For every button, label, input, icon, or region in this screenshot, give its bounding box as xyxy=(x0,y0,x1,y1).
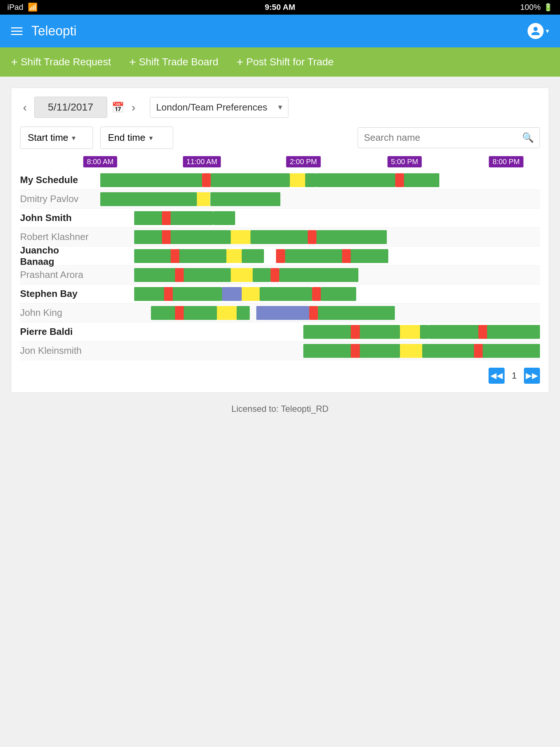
post-shift-for-trade-button[interactable]: + Post Shift for Trade xyxy=(237,55,334,69)
gantt-segment[interactable] xyxy=(242,287,259,301)
first-page-button[interactable]: ◀◀ xyxy=(489,368,505,384)
gantt-segment[interactable] xyxy=(222,287,242,301)
gantt-segment[interactable] xyxy=(231,268,253,282)
shift-trade-request-button[interactable]: + Shift Trade Request xyxy=(11,55,111,69)
post-shift-for-trade-label: Post Shift for Trade xyxy=(246,56,334,68)
plus-icon-3: + xyxy=(237,55,244,69)
gantt-segment[interactable] xyxy=(260,287,312,301)
schedule-rows: My ScheduleDmitry PavlovJohn SmithRobert… xyxy=(20,171,540,360)
gantt-segment[interactable] xyxy=(279,268,358,282)
shift-trade-request-label: Shift Trade Request xyxy=(21,56,111,68)
shift-trade-board-button[interactable]: + Shift Trade Board xyxy=(129,55,218,69)
gantt-segment[interactable] xyxy=(351,249,388,263)
plus-icon-1: + xyxy=(11,55,18,69)
schedule-card: ‹ 5/11/2017 📅 › London/Team Preferences … xyxy=(11,88,549,393)
hamburger-menu[interactable] xyxy=(11,27,23,35)
gantt-segment[interactable] xyxy=(100,173,202,187)
gantt-segment[interactable] xyxy=(290,173,305,187)
gantt-segment[interactable] xyxy=(316,173,395,187)
user-icon xyxy=(530,26,541,36)
gantt-segment[interactable] xyxy=(404,173,439,187)
gantt-segment[interactable] xyxy=(217,306,237,320)
gantt-segment[interactable] xyxy=(256,306,309,320)
gantt-segment[interactable] xyxy=(134,249,226,263)
pagination: ◀◀ 1 ▶▶ xyxy=(20,368,540,384)
plus-icon-2: + xyxy=(129,55,136,69)
gantt-segment[interactable] xyxy=(253,268,270,282)
gantt-segment[interactable] xyxy=(211,173,290,187)
gantt-segment[interactable] xyxy=(151,306,217,320)
top-nav: Teleopti ▾ xyxy=(0,15,560,47)
gantt-segment[interactable] xyxy=(197,192,210,206)
gantt-segment[interactable] xyxy=(271,268,279,282)
gantt-segment[interactable] xyxy=(202,173,211,187)
user-avatar xyxy=(528,23,544,39)
team-selector[interactable]: London/Team Preferences ▾ xyxy=(150,97,288,118)
gantt-bar-container xyxy=(100,268,540,282)
search-icon[interactable]: 🔍 xyxy=(522,132,534,143)
start-time-filter[interactable]: Start time ▾ xyxy=(20,127,93,149)
gantt-segment[interactable] xyxy=(395,173,404,187)
end-time-label: End time xyxy=(108,132,145,143)
gantt-segment[interactable] xyxy=(318,306,395,320)
gantt-segment[interactable] xyxy=(250,230,308,244)
end-time-filter[interactable]: End time ▾ xyxy=(100,127,173,149)
gantt-segment[interactable] xyxy=(134,230,231,244)
gantt-bar-container xyxy=(100,173,540,187)
person-name: Jon Kleinsmith xyxy=(20,345,100,356)
gantt-segment[interactable] xyxy=(342,249,351,263)
gantt-segment[interactable] xyxy=(400,344,422,358)
gantt-segment[interactable] xyxy=(420,325,429,339)
person-name: Stephen Bay xyxy=(20,288,100,299)
gantt-segment[interactable] xyxy=(312,287,321,301)
gantt-segment[interactable] xyxy=(134,287,222,301)
gantt-segment[interactable] xyxy=(162,230,171,244)
gantt-segment[interactable] xyxy=(175,268,184,282)
gantt-segment[interactable] xyxy=(351,344,359,358)
footer: Licensed to: Teleopti_RD xyxy=(11,404,549,414)
gantt-segment[interactable] xyxy=(478,325,487,339)
gantt-segment[interactable] xyxy=(210,192,281,206)
user-menu-caret: ▾ xyxy=(546,27,549,35)
gantt-segment[interactable] xyxy=(316,230,387,244)
gantt-segment[interactable] xyxy=(213,211,235,225)
gantt-bar-container xyxy=(100,344,540,358)
gantt-segment[interactable] xyxy=(474,344,483,358)
gantt-segment[interactable] xyxy=(276,249,285,263)
gantt-segment[interactable] xyxy=(309,306,318,320)
gantt-segment[interactable] xyxy=(400,325,420,339)
date-display[interactable]: 5/11/2017 xyxy=(34,97,107,118)
gantt-segment[interactable] xyxy=(483,344,540,358)
gantt-segment[interactable] xyxy=(487,325,540,339)
gantt-segment[interactable] xyxy=(231,230,250,244)
gantt-bar-container xyxy=(100,230,540,244)
hamburger-line-3 xyxy=(11,34,23,35)
gantt-segment[interactable] xyxy=(237,306,250,320)
table-row: Juancho Banaag xyxy=(20,247,540,266)
search-input[interactable] xyxy=(364,132,518,143)
app-title: Teleopti xyxy=(31,23,77,39)
user-menu-button[interactable]: ▾ xyxy=(528,23,549,39)
gantt-segment[interactable] xyxy=(321,287,356,301)
prev-date-button[interactable]: ‹ xyxy=(20,98,30,117)
next-date-button[interactable]: › xyxy=(129,98,139,117)
gantt-segment[interactable] xyxy=(134,211,213,225)
gantt-segment[interactable] xyxy=(226,249,242,263)
table-row: John Smith xyxy=(20,209,540,228)
gantt-segment[interactable] xyxy=(175,306,184,320)
gantt-segment[interactable] xyxy=(242,249,264,263)
table-row: Prashant Arora xyxy=(20,266,540,285)
calendar-icon[interactable]: 📅 xyxy=(112,101,124,113)
gantt-segment[interactable] xyxy=(162,211,171,225)
last-page-button[interactable]: ▶▶ xyxy=(524,368,540,384)
person-name: My Schedule xyxy=(20,174,100,186)
gantt-segment[interactable] xyxy=(308,230,316,244)
gantt-segment[interactable] xyxy=(351,325,359,339)
gantt-segment[interactable] xyxy=(100,192,197,206)
time-header: 8:00 AM11:00 AM2:00 PM5:00 PM8:00 PM xyxy=(100,156,540,169)
gantt-segment[interactable] xyxy=(164,287,173,301)
date-navigation: ‹ 5/11/2017 📅 › London/Team Preferences … xyxy=(20,97,540,118)
gantt-segment[interactable] xyxy=(305,173,316,187)
gantt-segment[interactable] xyxy=(171,249,179,263)
filter-row: Start time ▾ End time ▾ 🔍 xyxy=(20,127,540,149)
